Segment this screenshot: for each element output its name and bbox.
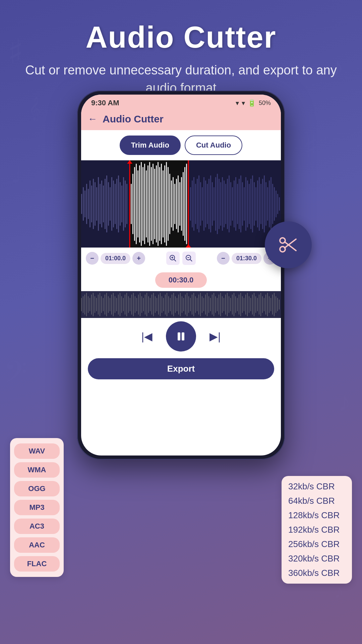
export-button[interactable]: Export	[88, 358, 274, 379]
svg-rect-209	[217, 298, 218, 311]
svg-rect-166	[145, 294, 145, 315]
format-flac[interactable]: FLAC	[14, 556, 60, 572]
svg-rect-197	[197, 298, 197, 311]
trim-audio-tab[interactable]: Trim Audio	[120, 136, 181, 155]
svg-rect-16	[108, 182, 109, 226]
svg-rect-244	[276, 296, 276, 313]
tab-section: Trim Audio Cut Audio	[81, 130, 281, 160]
pause-button[interactable]	[166, 321, 196, 352]
svg-rect-136	[95, 296, 95, 313]
svg-rect-242	[272, 294, 273, 315]
svg-rect-89	[234, 180, 235, 227]
svg-rect-100	[252, 175, 253, 232]
end-time-minus[interactable]: −	[217, 252, 230, 265]
battery-percentage: 50%	[259, 100, 271, 107]
svg-rect-140	[101, 296, 102, 313]
scissors-icon	[277, 233, 300, 257]
bitrate-192[interactable]: 192kb/s CBR	[288, 525, 345, 535]
svg-rect-25	[123, 177, 124, 231]
svg-rect-23	[120, 182, 121, 226]
svg-rect-60	[183, 172, 184, 236]
svg-rect-207	[214, 293, 214, 316]
svg-rect-196	[195, 296, 196, 313]
svg-rect-171	[153, 293, 154, 316]
status-icons: ▾ ▾ 🔋 50%	[236, 99, 271, 107]
bitrate-360[interactable]: 360kb/s CBR	[288, 568, 345, 578]
svg-rect-63	[190, 187, 191, 221]
svg-rect-65	[193, 177, 194, 231]
start-time-minus[interactable]: −	[86, 252, 99, 265]
svg-rect-225	[244, 298, 244, 311]
waveform-secondary[interactable]	[81, 291, 281, 318]
bitrate-list: 32kb/s CBR 64kb/s CBR 128kb/s CBR 192kb/…	[282, 476, 352, 584]
zoom-in-button[interactable]	[166, 252, 180, 265]
format-aac[interactable]: AAC	[14, 537, 60, 553]
cut-audio-tab[interactable]: Cut Audio	[185, 136, 242, 155]
scissors-button[interactable]	[265, 221, 312, 268]
svg-rect-129	[83, 296, 83, 313]
svg-rect-15	[106, 175, 107, 232]
svg-rect-148	[115, 296, 115, 313]
format-wma[interactable]: WMA	[14, 462, 60, 478]
svg-rect-230	[252, 294, 253, 315]
bitrate-64[interactable]: 64kb/s CBR	[288, 496, 345, 506]
start-time-plus[interactable]: +	[132, 252, 145, 265]
svg-rect-213	[224, 298, 224, 311]
svg-rect-39	[147, 165, 148, 243]
svg-rect-27	[126, 184, 127, 224]
svg-rect-26	[125, 180, 126, 227]
svg-rect-154	[125, 294, 125, 315]
format-wav[interactable]: WAV	[14, 443, 60, 459]
svg-rect-182	[172, 294, 172, 315]
svg-rect-79	[217, 174, 218, 234]
svg-rect-12	[101, 180, 102, 227]
svg-rect-128	[81, 298, 82, 311]
svg-rect-238	[265, 294, 266, 315]
svg-rect-226	[245, 294, 246, 315]
svg-rect-219	[234, 293, 234, 316]
bitrate-320[interactable]: 320kb/s CBR	[288, 553, 345, 564]
svg-rect-143	[106, 293, 107, 316]
app-bar: ← Audio Cutter	[81, 110, 281, 130]
svg-rect-114	[276, 191, 277, 217]
zoom-controls	[166, 252, 196, 265]
page-title: Audio Cutter	[13, 20, 349, 55]
skip-forward-button[interactable]: ▶|	[209, 330, 221, 343]
format-mp3[interactable]: MP3	[14, 500, 60, 515]
svg-rect-145	[110, 298, 110, 311]
svg-rect-153	[123, 298, 124, 311]
svg-rect-38	[146, 170, 147, 237]
svg-rect-106	[262, 179, 263, 229]
phone-mockup: 9:30 AM ▾ ▾ 🔋 50% ← Audio Cutter Trim Au…	[77, 91, 285, 460]
svg-line-126	[190, 259, 192, 261]
svg-rect-146	[111, 294, 112, 315]
svg-rect-132	[88, 296, 88, 313]
svg-rect-105	[260, 184, 261, 224]
zoom-out-button[interactable]	[182, 252, 196, 265]
svg-rect-87	[230, 182, 231, 226]
bitrate-256[interactable]: 256kb/s CBR	[288, 539, 345, 549]
skip-back-button[interactable]: |◀	[141, 330, 153, 343]
svg-rect-104	[259, 177, 260, 231]
svg-rect-55	[174, 184, 175, 224]
svg-rect-199	[200, 293, 201, 316]
svg-rect-36	[142, 167, 143, 241]
bitrate-128[interactable]: 128kb/s CBR	[288, 510, 345, 521]
svg-rect-76	[212, 182, 213, 226]
svg-rect-149	[116, 298, 117, 311]
svg-rect-190	[185, 294, 186, 315]
svg-rect-47	[161, 164, 162, 244]
back-button[interactable]: ←	[88, 114, 97, 124]
playback-section: |◀ ▶|	[81, 318, 281, 355]
format-ogg[interactable]: OGG	[14, 481, 60, 496]
svg-rect-195	[193, 293, 194, 316]
waveform-display[interactable]	[81, 160, 281, 248]
bitrate-32[interactable]: 32kb/s CBR	[288, 481, 345, 492]
svg-rect-10	[98, 177, 99, 231]
zoom-in-icon	[169, 255, 177, 262]
svg-rect-48	[163, 170, 164, 237]
svg-rect-200	[202, 296, 202, 313]
svg-rect-80	[219, 179, 220, 229]
format-ac3[interactable]: AC3	[14, 519, 60, 534]
status-time: 9:30 AM	[91, 99, 119, 107]
